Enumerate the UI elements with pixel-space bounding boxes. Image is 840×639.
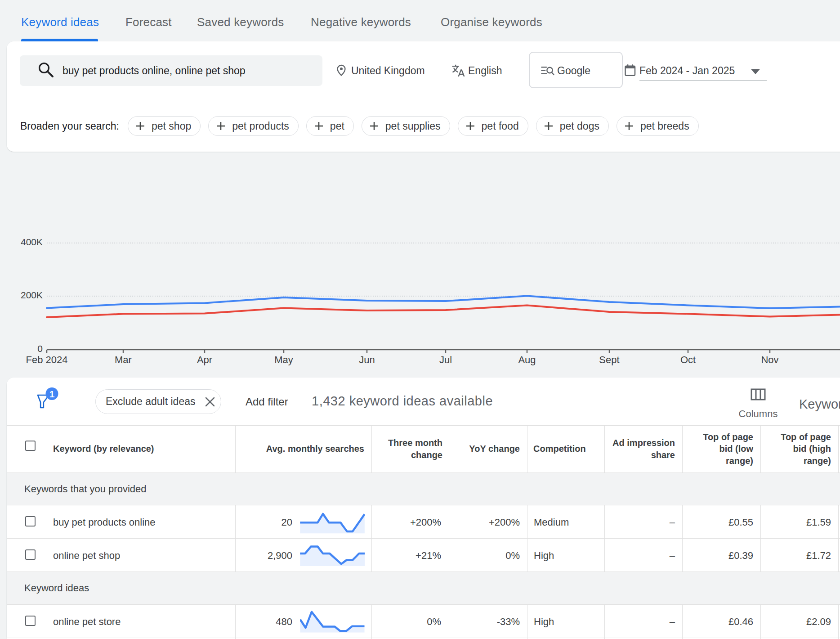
svg-text:1: 1 <box>49 389 55 399</box>
